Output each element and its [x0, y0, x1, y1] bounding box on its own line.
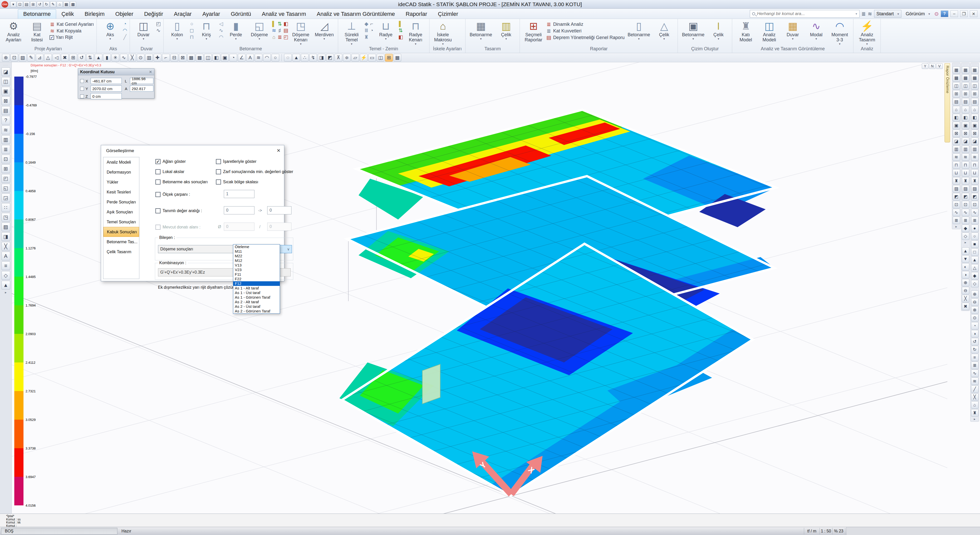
- tool-icon[interactable]: ≑: [343, 54, 351, 62]
- tool-icon[interactable]: ⊙: [137, 54, 145, 62]
- tool-icon[interactable]: ∿: [953, 209, 960, 216]
- ribbon-button-elik[interactable]: ＩÇelik▾: [708, 20, 729, 46]
- tool-icon[interactable]: ◆: [962, 225, 969, 232]
- ribbon-tool-icon[interactable]: ○: [189, 21, 194, 27]
- tool-icon[interactable]: ▮: [103, 54, 111, 62]
- ribbon-tool-icon[interactable]: ♯: [278, 27, 282, 33]
- dialog-nav-y-kler[interactable]: Yükler: [103, 177, 139, 187]
- layer-stack-icon[interactable]: ≋: [868, 11, 872, 17]
- tool-icon[interactable]: ◌: [284, 54, 292, 62]
- tool-icon[interactable]: ≣: [953, 217, 960, 224]
- tool-icon[interactable]: ⊡: [11, 54, 18, 62]
- tool-icon[interactable]: ◪: [953, 138, 960, 145]
- tool-icon[interactable]: ▨: [971, 185, 978, 193]
- ribbon-button-kolon[interactable]: ▯Kolon▾: [166, 20, 188, 46]
- tool-icon[interactable]: ▦: [962, 66, 969, 74]
- dialog-nav-elik-tasar-m[interactable]: Çelik Tasarım: [103, 247, 139, 257]
- tool-icon[interactable]: ▥: [953, 145, 960, 153]
- ribbon-tool-icon[interactable]: ▌: [272, 21, 276, 27]
- pin-icon[interactable]: ⊙: [934, 11, 939, 17]
- tool-icon[interactable]: ◫: [971, 82, 978, 89]
- tool-icon[interactable]: V: [936, 63, 943, 69]
- tool-icon[interactable]: ◱: [2, 184, 10, 193]
- tool-icon[interactable]: ∴: [301, 54, 309, 62]
- model-viewport[interactable]: Y X Döşeme sonuçları - F12 : G'+Q'+Ex'+0…: [12, 62, 980, 514]
- tool-icon[interactable]: ▣: [2, 87, 10, 96]
- tool-icon[interactable]: ◧: [962, 114, 969, 121]
- tool-icon[interactable]: ◲: [2, 193, 10, 202]
- tool-icon[interactable]: ⊖: [962, 287, 969, 294]
- ribbon-button-kat-kopyala[interactable]: ≋Kat Kopyala: [49, 28, 94, 34]
- range-to-input[interactable]: 0: [267, 206, 291, 214]
- toolbar-overflow-icon[interactable]: ▸: [974, 417, 976, 421]
- tool-icon[interactable]: ▥: [2, 135, 10, 144]
- tool-icon[interactable]: ∷: [2, 203, 10, 212]
- coord-field-l[interactable]: 1886.98 cm: [130, 78, 153, 84]
- tool-icon[interactable]: ⇅: [86, 54, 94, 62]
- menu-g-r-nt[interactable]: Görüntü: [225, 9, 256, 19]
- ribbon-button-analiz-ayarlar[interactable]: ⚙AnalizAyarları: [3, 20, 24, 46]
- tool-icon[interactable]: ◩: [971, 193, 978, 201]
- tool-icon[interactable]: ∿: [120, 54, 127, 62]
- ribbon-button-kat-model[interactable]: ♜KatıModel: [735, 20, 757, 46]
- dialog-nav-perde-sonu-lar[interactable]: Perde Sonuçları: [103, 197, 139, 207]
- dropdown-option-v23[interactable]: V23: [233, 268, 280, 272]
- tool-icon[interactable]: ⊔: [962, 169, 969, 177]
- layer-list-icon[interactable]: ≣: [862, 11, 866, 17]
- tool-icon[interactable]: ⌂: [971, 401, 978, 409]
- dialog-nav-a-k-sonu-lar[interactable]: Aşık Sonuçları: [103, 207, 139, 217]
- ribbon-button-duvar[interactable]: ▦Duvar▾: [782, 20, 803, 46]
- tool-icon[interactable]: ▦: [953, 66, 960, 74]
- tool-icon[interactable]: ◩: [953, 193, 960, 201]
- tool-icon[interactable]: ▦: [971, 66, 978, 74]
- status-zoom[interactable]: % 23: [832, 528, 845, 535]
- tool-icon[interactable]: ♜: [962, 177, 969, 185]
- ribbon-tool-icon[interactable]: ≣: [278, 34, 282, 40]
- ribbon-tool-icon[interactable]: ▤: [283, 27, 288, 33]
- tool-icon[interactable]: ∿: [962, 209, 969, 216]
- menu-elik[interactable]: Çelik: [56, 9, 80, 19]
- tool-icon[interactable]: ◰: [2, 174, 10, 183]
- tool-icon[interactable]: ♜: [971, 409, 978, 417]
- ribbon-button-radye-kenar[interactable]: ⊓RadyeKenarı▾: [405, 20, 427, 46]
- tool-icon[interactable]: ◑: [971, 330, 978, 338]
- ribbon-tool-icon[interactable]: Ⅲ: [364, 27, 369, 33]
- menu-betonarme[interactable]: Betonarme: [18, 9, 56, 19]
- ribbon-button-kiri[interactable]: ⊓Kiriş▾: [196, 20, 218, 46]
- tool-icon[interactable]: ≡: [2, 261, 10, 270]
- ribbon-button-betonarme[interactable]: ▯Betonarme▾: [626, 20, 652, 46]
- menu-ayarlar[interactable]: Ayarlar: [197, 9, 225, 19]
- dropdown-option-teleme[interactable]: Öteleme: [233, 245, 280, 249]
- tool-icon[interactable]: ▨: [962, 185, 969, 193]
- tool-icon[interactable]: ≋: [962, 153, 969, 161]
- dialog-nav-kesit-tesirleri[interactable]: Kesit Tesirleri: [103, 187, 139, 197]
- tool-icon[interactable]: ⊡: [971, 201, 978, 208]
- tool-icon[interactable]: ∿: [971, 369, 978, 377]
- tool-icon[interactable]: ⊙: [971, 314, 978, 322]
- ribbon-button-kat-genel-ayarlar[interactable]: ≣Kat Genel Ayarları: [49, 21, 94, 27]
- status-unit[interactable]: tf / m: [804, 528, 820, 535]
- tool-icon[interactable]: ◇: [2, 271, 10, 280]
- tool-icon[interactable]: ⌂: [971, 106, 978, 113]
- dialog-nav-deformasyon[interactable]: Deformasyon: [103, 167, 139, 177]
- tool-icon[interactable]: ▼: [962, 255, 969, 263]
- report-preview-tab[interactable]: Rapor Önizleme: [945, 63, 950, 142]
- wall-element[interactable]: [422, 364, 440, 404]
- status-scale[interactable]: 1 : 50: [820, 528, 832, 535]
- ribbon-button-kat-kuvvetleri[interactable]: ≣Kat Kuvvetleri: [546, 28, 625, 34]
- tool-icon[interactable]: ≋: [971, 153, 978, 161]
- dialog-check-betonarme-aks-sonu-lar[interactable]: Betonarme aks sonuçları: [156, 180, 208, 185]
- tool-icon[interactable]: A: [2, 252, 10, 260]
- component-type-combo[interactable]: Döşeme sonuçları∨: [158, 245, 243, 253]
- maximize-button[interactable]: ❐: [960, 11, 968, 17]
- view-menu[interactable]: Görünüm▾: [904, 10, 932, 18]
- tool-icon[interactable]: ▥: [145, 54, 153, 62]
- tool-icon[interactable]: N: [929, 63, 935, 69]
- tool-icon[interactable]: ◔: [229, 54, 237, 62]
- tool-icon[interactable]: ◆: [971, 272, 978, 280]
- tool-icon[interactable]: ⊟: [170, 54, 178, 62]
- tool-icon[interactable]: ⊿: [36, 54, 43, 62]
- coord-checkbox-y[interactable]: [80, 87, 84, 91]
- tool-icon[interactable]: ⌂: [962, 106, 969, 113]
- tool-icon[interactable]: ╳: [2, 242, 10, 251]
